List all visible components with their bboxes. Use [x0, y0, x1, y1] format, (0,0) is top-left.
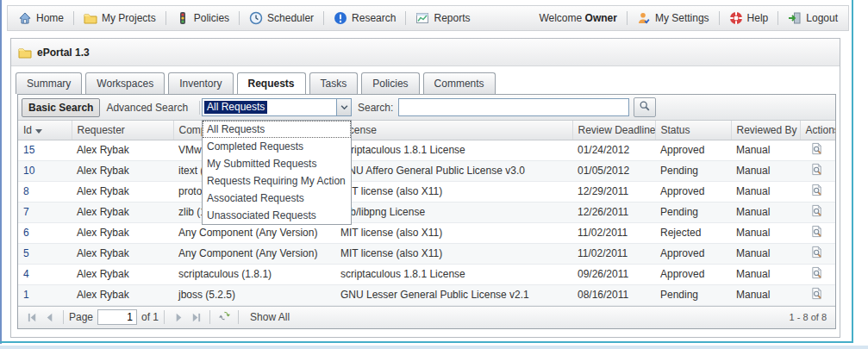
cell-status: Approved [655, 264, 731, 284]
column-header-requester[interactable]: Requester [72, 121, 173, 140]
home-icon [18, 11, 32, 25]
advanced-search-button[interactable]: Advanced Search [100, 99, 194, 116]
cell-review-deadline: 01/05/2012 [572, 160, 655, 181]
table-row[interactable]: 7 Alex Rybak zlib (1 zlib/libpng License… [18, 202, 835, 222]
requests-grid: Basic Search Advanced Search Filter: All… [17, 94, 836, 329]
nav-home-label: Home [36, 12, 64, 24]
view-request-icon[interactable] [810, 249, 823, 261]
view-request-icon[interactable] [810, 208, 823, 220]
view-request-icon[interactable] [810, 187, 823, 199]
nav-help-label: Help [747, 12, 769, 24]
search-button[interactable] [634, 97, 656, 117]
tab-summary[interactable]: Summary [16, 72, 82, 94]
column-header-review-deadline[interactable]: Review Deadline [572, 121, 655, 140]
view-request-icon[interactable] [810, 146, 823, 158]
pager-prev-button[interactable] [41, 308, 58, 326]
exclamation-icon [334, 11, 347, 25]
nav-logout[interactable]: Logout [784, 9, 841, 27]
table-row[interactable]: 8 Alex Rybak protot MIT license (also X1… [18, 181, 835, 202]
cell-status: Pending [655, 202, 731, 222]
pager-next-button[interactable] [170, 308, 187, 326]
nav-home[interactable]: Home [15, 9, 67, 27]
column-header-status[interactable]: Status [655, 121, 731, 140]
tab-workspaces[interactable]: Workspaces [85, 72, 165, 94]
cell-actions [800, 264, 835, 284]
view-request-icon[interactable] [810, 270, 823, 282]
table-header-row: Id Requester Component License Review De… [18, 121, 835, 140]
cell-actions [800, 222, 835, 243]
nav-scheduler-label: Scheduler [267, 12, 314, 24]
pager-separator [238, 310, 239, 324]
table-row[interactable]: 6 Alex Rybak Any Component (Any Version)… [18, 222, 835, 243]
nav-help[interactable]: Help [726, 9, 772, 27]
table-row[interactable]: 15 Alex Rybak VMw scriptaculous 1.8.1 Li… [18, 140, 835, 160]
tab-strip: Summary Workspaces Inventory Requests Ta… [11, 66, 840, 94]
column-header-actions[interactable]: Actions [800, 121, 835, 140]
cell-id: 6 [18, 222, 72, 243]
basic-search-button[interactable]: Basic Search [22, 98, 100, 117]
chevron-down-icon[interactable] [336, 99, 351, 115]
table-row[interactable]: 5 Alex Rybak Any Component (Any Version)… [18, 243, 835, 264]
cell-actions [800, 284, 835, 305]
nav-policies[interactable]: Policies [172, 9, 233, 27]
cell-id: 5 [18, 243, 72, 264]
cell-review-deadline: 12/29/2011 [572, 181, 655, 202]
view-request-icon[interactable] [810, 228, 823, 240]
table-row[interactable]: 1 Alex Rybak jboss (5.2.5) GNU Lesser Ge… [18, 284, 835, 305]
column-header-license[interactable]: License [335, 121, 572, 140]
search-input[interactable] [398, 98, 629, 116]
view-request-icon[interactable] [810, 166, 823, 178]
nav-my-projects[interactable]: My Projects [80, 9, 159, 27]
page-number-input[interactable] [97, 309, 137, 325]
table-row[interactable]: 10 Alex Rybak itext ( GNU Affero General… [18, 160, 835, 181]
pager-separator [164, 310, 165, 324]
table-row[interactable]: 4 Alex Rybak scriptaculous (1.8.1) scrip… [18, 264, 835, 284]
tab-tasks[interactable]: Tasks [309, 72, 359, 94]
view-request-icon[interactable] [810, 290, 823, 302]
cell-review-deadline: 09/26/2011 [572, 264, 655, 284]
refresh-button[interactable] [215, 308, 233, 326]
cell-component: Any Component (Any Version) [173, 222, 335, 243]
pager-first-button[interactable] [23, 308, 41, 326]
nav-my-settings[interactable]: My Settings [634, 9, 713, 27]
cell-actions [800, 181, 835, 202]
filter-option[interactable]: All Requests [203, 121, 351, 138]
tab-policies[interactable]: Policies [361, 72, 419, 94]
filter-option[interactable]: Unassociated Requests [203, 207, 351, 224]
filter-option[interactable]: Associated Requests [203, 190, 351, 207]
cell-requester: Alex Rybak [72, 140, 173, 160]
panel-header: ePortal 1.3 [11, 39, 840, 66]
cell-requester: Alex Rybak [72, 202, 173, 222]
cell-requester: Alex Rybak [72, 160, 173, 181]
nav-left-group: Home My Projects Policies Scheduler Rese… [15, 9, 474, 27]
nav-research[interactable]: Research [330, 9, 399, 27]
column-header-id[interactable]: Id [18, 121, 72, 140]
filter-option[interactable]: My Submitted Requests [203, 155, 351, 172]
cell-id: 10 [18, 160, 72, 181]
column-header-reviewed-by[interactable]: Reviewed By [731, 121, 800, 140]
cell-license: zlib/libpng License [335, 202, 572, 222]
tab-comments[interactable]: Comments [423, 72, 496, 94]
pager-of-label: of 1 [141, 311, 159, 323]
filter-option[interactable]: Completed Requests [203, 138, 351, 155]
nav-separator [323, 11, 324, 25]
search-icon [639, 100, 651, 115]
nav-reports[interactable]: Reports [412, 9, 473, 27]
nav-separator [239, 11, 240, 25]
cell-requester: Alex Rybak [72, 222, 173, 243]
nav-separator [719, 11, 720, 25]
cell-reviewed-by: Manual [731, 222, 800, 243]
cell-actions [800, 202, 835, 222]
show-all-button[interactable]: Show All [244, 308, 296, 326]
filter-select[interactable]: All Requests [202, 98, 352, 116]
pager-last-button[interactable] [187, 308, 204, 326]
tab-inventory[interactable]: Inventory [168, 72, 233, 94]
pager-separator [63, 310, 64, 324]
cell-license: scriptaculous 1.8.1 License [335, 264, 572, 284]
nav-scheduler[interactable]: Scheduler [246, 9, 317, 27]
window-bottom-strip [0, 346, 868, 349]
tab-requests[interactable]: Requests [237, 72, 306, 94]
cell-license: scriptaculous 1.8.1 License [335, 140, 572, 160]
filter-option[interactable]: Requests Requiring My Action [203, 172, 351, 190]
window-right-border [852, 0, 853, 343]
